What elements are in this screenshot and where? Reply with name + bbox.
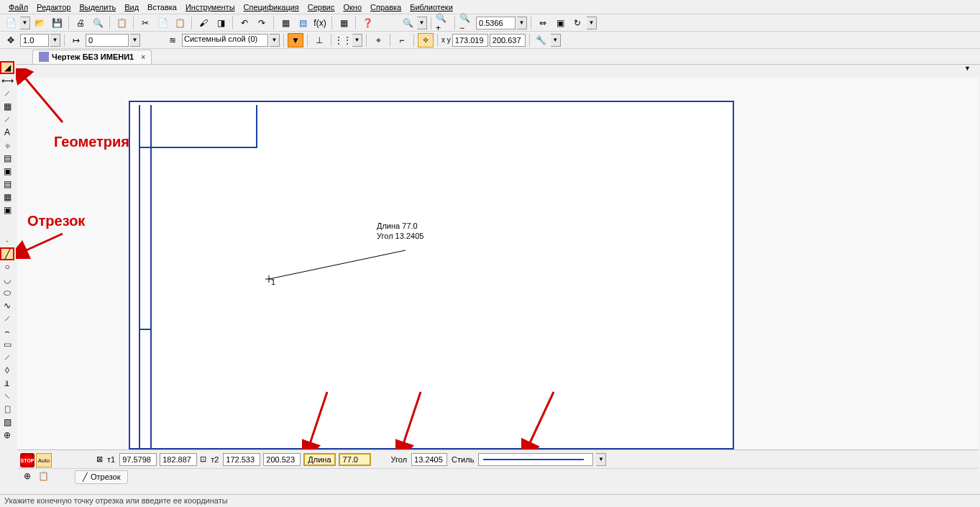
angle-input[interactable] bbox=[411, 453, 447, 466]
t2-y-input[interactable] bbox=[263, 453, 301, 466]
edit-tool[interactable]: ⟋ bbox=[0, 113, 14, 126]
redo-button[interactable]: ↷ bbox=[254, 16, 270, 30]
auto-button[interactable]: Auto bbox=[36, 453, 52, 467]
print-button[interactable]: 🖨 bbox=[73, 16, 88, 30]
style-combo[interactable] bbox=[478, 453, 593, 466]
toolbox-dropdown[interactable]: ▼ bbox=[551, 34, 561, 47]
fx-button[interactable]: f(x) bbox=[312, 16, 328, 30]
insert-tool[interactable]: ▣ bbox=[0, 204, 14, 216]
segment-tool[interactable]: ╱ bbox=[0, 247, 14, 260]
step-icon[interactable]: ↦ bbox=[68, 33, 84, 47]
grid-icon[interactable]: ▦ bbox=[278, 16, 293, 30]
color-button[interactable]: ▼ bbox=[288, 33, 303, 47]
hatch-fill-tool[interactable]: ▨ bbox=[0, 416, 14, 429]
segment-command-tab[interactable]: ╱ Отрезок bbox=[75, 470, 128, 484]
spline-tool[interactable]: ∿ bbox=[0, 299, 14, 312]
text-tool[interactable]: A bbox=[0, 126, 14, 139]
eraser-button[interactable]: ◨ bbox=[213, 16, 229, 30]
fillet-tool[interactable]: ⌢ bbox=[0, 325, 14, 338]
point-tool[interactable]: · bbox=[0, 234, 14, 247]
grid-toggle-button[interactable]: ⋮⋮ bbox=[335, 33, 351, 47]
coord-x-input[interactable] bbox=[452, 34, 488, 47]
cut-button[interactable]: ✂ bbox=[137, 16, 153, 30]
layer-icon[interactable]: ≋ bbox=[165, 33, 180, 47]
copy-props-button[interactable]: 📋 bbox=[36, 469, 50, 483]
save-button[interactable]: 💾 bbox=[49, 16, 65, 30]
local-cs-button[interactable]: ✧ bbox=[418, 33, 434, 47]
geometry-tool[interactable]: ◢ bbox=[0, 61, 14, 74]
line-weight-input[interactable] bbox=[20, 34, 49, 47]
spec-icon[interactable]: ▤ bbox=[295, 16, 311, 30]
move-button[interactable]: ⇔ bbox=[535, 16, 551, 30]
new-dropdown[interactable]: ▼ bbox=[20, 17, 30, 29]
spec-tool[interactable]: ▤ bbox=[0, 178, 14, 191]
zoom-window-dropdown[interactable]: ▼ bbox=[417, 17, 427, 29]
canvas-area[interactable]: Длина 77.0 Угол 13.2405 1 bbox=[17, 78, 979, 449]
refresh-button[interactable]: ↻ bbox=[569, 16, 585, 30]
equidistant-tool[interactable]: ⫫ bbox=[0, 377, 14, 390]
t1-x-input[interactable] bbox=[119, 453, 157, 466]
help-button[interactable]: ❓ bbox=[360, 16, 375, 30]
t2-x-input[interactable] bbox=[223, 453, 260, 466]
open-button[interactable]: 📂 bbox=[32, 16, 47, 30]
new-button[interactable]: 📄 bbox=[3, 16, 19, 30]
tabs-dropdown[interactable]: ▼ bbox=[964, 65, 974, 75]
copy-button[interactable]: 📄 bbox=[155, 16, 170, 30]
undo-button[interactable]: ↶ bbox=[237, 16, 252, 30]
layer-dropdown[interactable]: ▼ bbox=[270, 34, 280, 47]
zoom-out-button[interactable]: 🔍− bbox=[459, 16, 475, 30]
properties-button[interactable]: 📋 bbox=[114, 16, 129, 30]
toolbox-button[interactable]: 🔧 bbox=[533, 33, 549, 47]
brush-button[interactable]: 🖌 bbox=[196, 16, 211, 30]
ellipse-tool[interactable]: ⬭ bbox=[0, 286, 14, 299]
menu-service[interactable]: Сервис bbox=[303, 1, 339, 12]
line-weight-dropdown[interactable]: ▼ bbox=[50, 34, 60, 47]
menu-tools[interactable]: Инструменты bbox=[181, 1, 239, 12]
create-object-button[interactable]: ⊕ bbox=[20, 469, 35, 483]
menu-window[interactable]: Окно bbox=[339, 1, 366, 12]
length-input[interactable] bbox=[339, 453, 371, 466]
layer-combo[interactable]: Системный слой (0) bbox=[182, 34, 268, 47]
contour-tool[interactable]: ◊ bbox=[0, 364, 14, 377]
step-input[interactable] bbox=[86, 34, 129, 47]
t1-y-input[interactable] bbox=[160, 453, 197, 466]
menu-libraries[interactable]: Библиотеки bbox=[406, 1, 457, 12]
select-tool[interactable]: ▣ bbox=[0, 165, 14, 178]
zoom-in-button[interactable]: 🔍+ bbox=[435, 16, 451, 30]
coord-y-input[interactable] bbox=[490, 34, 526, 47]
menu-specification[interactable]: Спецификация bbox=[239, 1, 303, 12]
report-tool[interactable]: ▦ bbox=[0, 191, 14, 204]
dimensions-tool[interactable]: ⟷ bbox=[0, 74, 14, 87]
document-tab[interactable]: Чертеж БЕЗ ИМЕНИ1 × bbox=[32, 50, 152, 64]
ortho-button[interactable]: ⊥ bbox=[311, 33, 327, 47]
axis-tool[interactable]: ⊕ bbox=[0, 429, 14, 442]
chamfer-tool[interactable]: ⟋ bbox=[0, 312, 14, 325]
menu-editor[interactable]: Редактор bbox=[32, 1, 75, 12]
menu-help[interactable]: Справка bbox=[366, 1, 406, 12]
menu-file[interactable]: Файл bbox=[4, 1, 32, 12]
auxiliary-tool[interactable]: ⟍ bbox=[0, 390, 14, 403]
arc-tool[interactable]: ◡ bbox=[0, 273, 14, 286]
style-dropdown[interactable]: ▼ bbox=[596, 453, 606, 466]
label-tool[interactable]: ⎕ bbox=[0, 403, 14, 416]
menu-view[interactable]: Вид bbox=[120, 1, 143, 12]
refresh-dropdown[interactable]: ▼ bbox=[587, 17, 597, 29]
round-button[interactable]: ⌐ bbox=[394, 33, 410, 47]
close-tab-button[interactable]: × bbox=[141, 53, 145, 61]
circle-tool[interactable]: ○ bbox=[0, 260, 14, 273]
snap-button[interactable]: ⌖ bbox=[370, 33, 386, 47]
manager-button[interactable]: ▦ bbox=[336, 16, 352, 30]
parametric-tool[interactable]: ⟐ bbox=[0, 139, 14, 152]
measure-tool[interactable]: ▤ bbox=[0, 152, 14, 165]
step-dropdown[interactable]: ▼ bbox=[130, 34, 140, 47]
zoom-value-input[interactable] bbox=[476, 17, 516, 29]
hatch-tool[interactable]: ▦ bbox=[0, 100, 14, 113]
menu-insert[interactable]: Вставка bbox=[143, 1, 181, 12]
zoom-window-button[interactable]: 🔍 bbox=[400, 16, 416, 30]
grid-dropdown[interactable]: ▼ bbox=[352, 34, 362, 47]
menu-select[interactable]: Выделить bbox=[75, 1, 120, 12]
stop-button[interactable]: STOP bbox=[20, 453, 35, 467]
step-cursor-button[interactable]: ✥ bbox=[3, 33, 19, 47]
polyline-tool[interactable]: ⟋ bbox=[0, 351, 14, 364]
rectangle-tool[interactable]: ▭ bbox=[0, 338, 14, 351]
